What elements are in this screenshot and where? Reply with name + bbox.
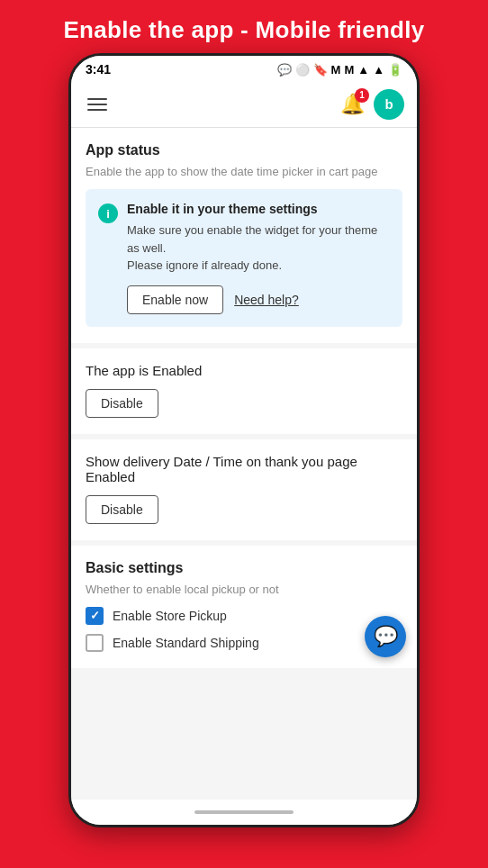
page-header-title: Enable the app - Mobile friendly	[63, 16, 424, 43]
enable-store-pickup-checkbox[interactable]: ✓	[86, 607, 104, 625]
basic-settings-title: Basic settings	[86, 560, 402, 576]
enable-store-pickup-label: Enable Store Pickup	[113, 609, 227, 623]
info-card-title: Enable it in your theme settings	[127, 202, 390, 216]
notification-bell-button[interactable]: 🔔 1	[340, 93, 365, 116]
chat-fab[interactable]: 💬	[365, 616, 406, 657]
avatar[interactable]: b	[374, 89, 404, 120]
enable-standard-shipping-checkbox[interactable]	[86, 634, 104, 652]
delivery-date-status: Show delivery Date / Time on thank you p…	[86, 454, 402, 484]
bookmark-icon: 🔖	[313, 63, 328, 77]
checkmark-icon: ✓	[90, 609, 100, 622]
app-status-section: App status Enable the app to show the da…	[71, 128, 417, 343]
notification-badge: 1	[355, 88, 369, 103]
mail-icon: M	[331, 63, 341, 77]
info-card-actions: Enable now Need help?	[127, 285, 390, 314]
basic-settings-section: Basic settings Whether to enable local p…	[71, 546, 417, 668]
info-icon: i	[98, 203, 118, 223]
theme-info-card: i Enable it in your theme settings Make …	[86, 189, 402, 327]
chat-fab-icon: 💬	[374, 625, 398, 648]
page-header: Enable the app - Mobile friendly	[0, 0, 488, 53]
status-bar: 3:41 💬 ⚪ 🔖 M M ▲ ▲ 🔋	[71, 56, 417, 81]
status-icons: 💬 ⚪ 🔖 M M ▲ ▲ 🔋	[277, 63, 402, 77]
app-status-description: Enable the app to show the date time pic…	[86, 164, 402, 180]
mail2-icon: M	[344, 63, 354, 77]
disable-delivery-button[interactable]: Disable	[86, 495, 158, 524]
app-bar-actions: 🔔 1 b	[340, 89, 404, 120]
whatsapp-icon: 💬	[277, 63, 292, 77]
info-card-body: Enable it in your theme settings Make su…	[127, 202, 390, 314]
status-time: 3:41	[86, 62, 111, 77]
wifi-icon: ▲	[373, 63, 384, 77]
need-help-link[interactable]: Need help?	[234, 286, 299, 313]
app-enabled-status: The app is Enabled	[86, 363, 402, 378]
battery-icon: 🔋	[388, 63, 402, 77]
enable-store-pickup-row[interactable]: ✓ Enable Store Pickup	[86, 607, 402, 625]
phone-frame: 3:41 💬 ⚪ 🔖 M M ▲ ▲ 🔋 🔔 1 b	[68, 53, 420, 827]
app-enabled-section: The app is Enabled Disable	[71, 348, 417, 434]
enable-now-button[interactable]: Enable now	[127, 285, 223, 314]
bottom-home-indicator	[194, 810, 294, 814]
circle-icon: ⚪	[295, 63, 310, 77]
content-area: App status Enable the app to show the da…	[71, 128, 417, 800]
app-status-title: App status	[86, 142, 402, 158]
enable-standard-shipping-row[interactable]: Enable Standard Shipping	[86, 634, 402, 652]
info-card-text: Make sure you enable the widget for your…	[127, 222, 390, 275]
app-bar: 🔔 1 b	[71, 81, 417, 128]
signal-icon: ▲	[357, 63, 369, 77]
delivery-date-section: Show delivery Date / Time on thank you p…	[71, 439, 417, 540]
phone-bottom-bar	[71, 800, 417, 825]
basic-settings-description: Whether to enable local pickup or not	[86, 582, 402, 598]
enable-standard-shipping-label: Enable Standard Shipping	[113, 636, 259, 650]
disable-app-button[interactable]: Disable	[86, 389, 158, 418]
hamburger-menu-button[interactable]	[84, 95, 111, 114]
